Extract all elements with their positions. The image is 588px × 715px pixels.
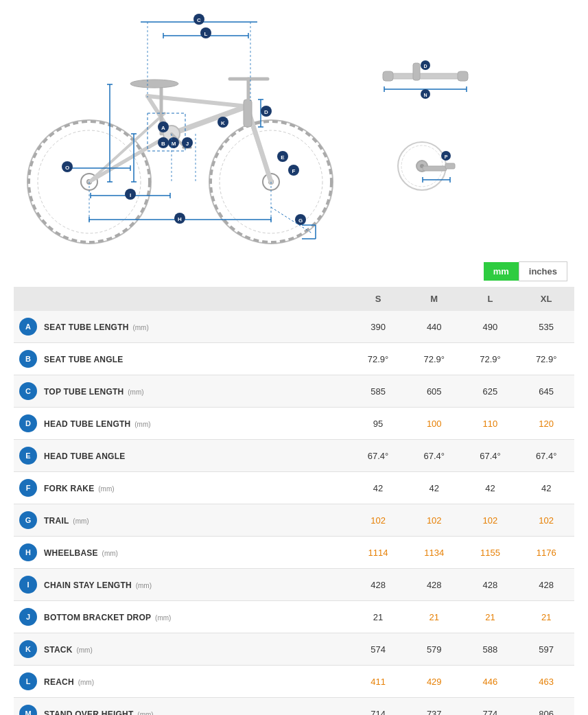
- diagram-area: C L D A B M J K E: [0, 0, 588, 256]
- cell-value: 72.9°: [518, 343, 574, 375]
- unit-toggle-area: mm inches: [0, 256, 588, 287]
- svg-text:D: D: [423, 64, 427, 69]
- bike-diagram: C L D A B M J K E: [14, 7, 343, 249]
- table-row: MSTAND OVER HEIGHT (mm)714737774806: [14, 698, 574, 716]
- row-label-cell: JBOTTOM BRACKET DROP (mm): [14, 601, 350, 633]
- cell-value: 574: [350, 633, 406, 666]
- table-row: EHEAD TUBE ANGLE67.4°67.4°67.4°67.4°: [14, 440, 574, 472]
- table-row: LREACH (mm)411429446463: [14, 666, 574, 698]
- cell-value: 42: [518, 472, 574, 504]
- row-label-cell: ASEAT TUBE LENGTH (mm): [14, 311, 350, 343]
- cell-value: 67.4°: [518, 440, 574, 472]
- cell-value: 806: [518, 698, 574, 716]
- svg-rect-92: [458, 71, 468, 81]
- cell-value: 110: [462, 408, 519, 440]
- table-row: KSTACK (mm)574579588597: [14, 633, 574, 666]
- row-label-cell: GTRAIL (mm): [14, 504, 350, 537]
- row-badge: H: [19, 543, 37, 561]
- table-container: S M L XL ASEAT TUBE LENGTH (mm)390440490…: [0, 287, 588, 715]
- table-row: FFORK RAKE (mm)42424242: [14, 472, 574, 504]
- svg-rect-90: [413, 63, 420, 80]
- svg-rect-106: [445, 163, 455, 169]
- cell-value: 102: [462, 504, 519, 537]
- row-label-cell: ICHAIN STAY LENGTH (mm): [14, 569, 350, 601]
- row-label-cell: EHEAD TUBE ANGLE: [14, 440, 350, 472]
- mm-button[interactable]: mm: [484, 262, 519, 281]
- cell-value: 72.9°: [350, 343, 406, 375]
- row-badge: M: [19, 705, 37, 715]
- cell-value: 72.9°: [462, 343, 519, 375]
- cell-value: 535: [518, 311, 574, 343]
- cell-value: 42: [462, 472, 519, 504]
- cell-value: 625: [462, 375, 519, 408]
- table-row: BSEAT TUBE ANGLE72.9°72.9°72.9°72.9°: [14, 343, 574, 375]
- inches-button[interactable]: inches: [519, 261, 567, 281]
- size-s-header: S: [350, 287, 406, 311]
- cell-value: 100: [406, 408, 462, 440]
- table-row: JBOTTOM BRACKET DROP (mm)21212121: [14, 601, 574, 633]
- cell-value: 390: [350, 311, 406, 343]
- cell-value: 446: [462, 666, 519, 698]
- cell-value: 21: [350, 601, 406, 633]
- svg-rect-91: [383, 71, 393, 81]
- svg-text:G: G: [298, 218, 303, 224]
- row-badge: L: [19, 672, 37, 690]
- row-label: HEAD TUBE LENGTH (mm): [44, 419, 151, 429]
- svg-text:D: D: [264, 109, 268, 115]
- svg-text:L: L: [204, 31, 208, 37]
- geometry-table: S M L XL ASEAT TUBE LENGTH (mm)390440490…: [14, 287, 574, 715]
- cell-value: 102: [518, 504, 574, 537]
- svg-text:F: F: [292, 168, 296, 174]
- table-row: GTRAIL (mm)102102102102: [14, 504, 574, 537]
- svg-text:B: B: [161, 141, 165, 147]
- row-badge: D: [19, 414, 37, 432]
- row-label: STAND OVER HEIGHT (mm): [44, 709, 154, 716]
- label-header: [14, 287, 350, 311]
- cell-value: 1114: [350, 537, 406, 569]
- size-m-header: M: [406, 287, 462, 311]
- cell-value: 605: [406, 375, 462, 408]
- cell-value: 102: [406, 504, 462, 537]
- svg-rect-89: [388, 73, 463, 79]
- row-badge: B: [19, 350, 37, 368]
- svg-text:N: N: [423, 93, 427, 97]
- cell-value: 1134: [406, 537, 462, 569]
- row-label-cell: FFORK RAKE (mm): [14, 472, 350, 504]
- row-label-cell: LREACH (mm): [14, 666, 350, 698]
- row-label: BOTTOM BRACKET DROP (mm): [44, 612, 171, 622]
- table-row: ICHAIN STAY LENGTH (mm)428428428428: [14, 569, 574, 601]
- svg-text:P: P: [445, 154, 448, 159]
- row-label: WHEELBASE (mm): [44, 548, 118, 558]
- cell-value: 440: [406, 311, 462, 343]
- cell-value: 411: [350, 666, 406, 698]
- cell-value: 95: [350, 408, 406, 440]
- cell-value: 67.4°: [350, 440, 406, 472]
- row-label-cell: KSTACK (mm): [14, 633, 350, 666]
- row-label-cell: BSEAT TUBE ANGLE: [14, 343, 350, 375]
- row-label-cell: DHEAD TUBE LENGTH (mm): [14, 408, 350, 440]
- cell-value: 42: [406, 472, 462, 504]
- row-label-cell: HWHEELBASE (mm): [14, 537, 350, 569]
- svg-rect-105: [423, 166, 447, 171]
- cell-value: 428: [518, 569, 574, 601]
- svg-text:O: O: [65, 165, 69, 171]
- svg-text:E: E: [281, 154, 285, 161]
- table-row: CTOP TUBE LENGTH (mm)585605625645: [14, 375, 574, 408]
- cell-value: 597: [518, 633, 574, 666]
- svg-point-21: [130, 80, 178, 88]
- row-label: HEAD TUBE ANGLE: [44, 451, 126, 461]
- cell-value: 72.9°: [406, 343, 462, 375]
- cell-value: 774: [462, 698, 519, 716]
- cell-value: 588: [462, 633, 519, 666]
- row-badge: J: [19, 608, 37, 626]
- cell-value: 102: [350, 504, 406, 537]
- row-label: FORK RAKE (mm): [44, 483, 115, 493]
- cell-value: 585: [350, 375, 406, 408]
- cell-value: 737: [406, 698, 462, 716]
- row-badge: F: [19, 479, 37, 497]
- svg-text:I: I: [130, 192, 131, 198]
- cell-value: 490: [462, 311, 519, 343]
- cell-value: 67.4°: [462, 440, 519, 472]
- svg-text:H: H: [178, 216, 182, 222]
- row-badge: C: [19, 382, 37, 400]
